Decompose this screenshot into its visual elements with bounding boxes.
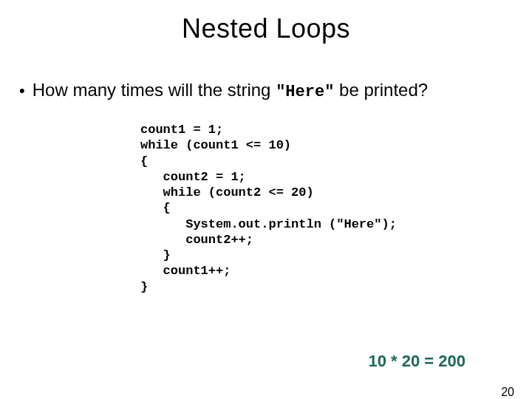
bullet-text: How many times will the string "Here" be… bbox=[33, 80, 428, 101]
answer-text: 10 * 20 = 200 bbox=[368, 352, 466, 371]
bullet-text-post: be printed? bbox=[334, 80, 428, 100]
bullet-text-pre: How many times will the string bbox=[33, 80, 276, 100]
page-number: 20 bbox=[501, 386, 514, 399]
bullet-item: • How many times will the string "Here" … bbox=[19, 80, 532, 101]
slide-title: Nested Loops bbox=[0, 13, 532, 44]
bullet-marker: • bbox=[19, 83, 25, 99]
code-block: count1 = 1; while (count1 <= 10) { count… bbox=[140, 122, 532, 295]
slide: Nested Loops • How many times will the s… bbox=[0, 13, 532, 399]
bullet-code-literal: "Here" bbox=[276, 83, 334, 101]
